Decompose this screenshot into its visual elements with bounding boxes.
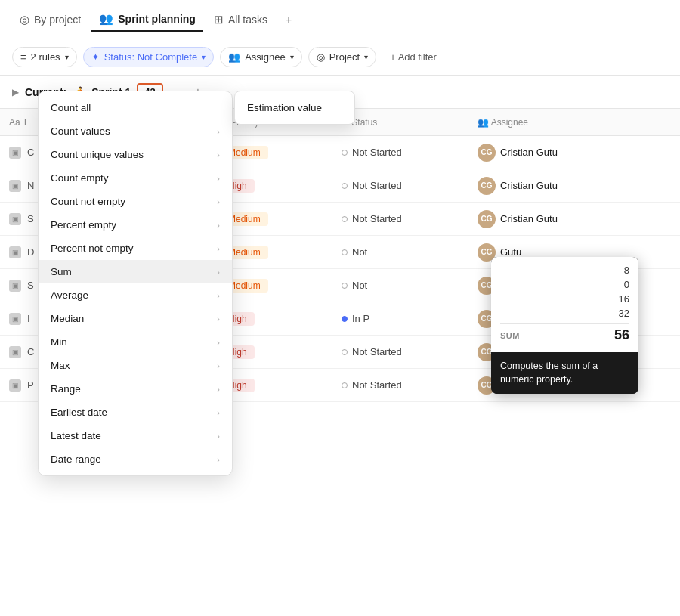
submenu-estimation-value[interactable]: Estimation value — [235, 96, 354, 119]
menu-item-label: Percent not empty — [51, 243, 134, 254]
menu-item-date-range[interactable]: Date range › — [39, 447, 232, 471]
task-icon: ▣ — [9, 213, 21, 225]
assignee-filter[interactable]: 👥 Assignee ▾ — [220, 47, 301, 67]
nav-add[interactable]: + — [278, 9, 299, 30]
submenu-chevron-icon: › — [217, 197, 220, 206]
tooltip-row-1: 8 — [500, 263, 629, 277]
rules-filter[interactable]: ≡ 2 rules ▾ — [12, 47, 77, 67]
menu-item-count-not-empty[interactable]: Count not empty › — [39, 190, 232, 213]
task-name: N — [27, 180, 34, 191]
target-icon: ◎ — [20, 13, 29, 26]
menu-item-latest-date[interactable]: Latest date › — [39, 424, 232, 447]
task-icon: ▣ — [9, 313, 21, 325]
status-indicator — [342, 382, 348, 388]
status-cell: In P — [332, 302, 468, 335]
menu-item-count-empty[interactable]: Count empty › — [39, 166, 232, 190]
nav-sprint-planning[interactable]: 👥 Sprint planning — [91, 8, 203, 32]
status-dot: Not Started — [342, 180, 402, 191]
sparkle-icon: ✦ — [91, 51, 100, 63]
status-cell: Not Started — [332, 369, 468, 401]
top-nav: ◎ By project 👥 Sprint planning ⊞ All tas… — [0, 0, 680, 39]
task-icon: ▣ — [9, 346, 21, 358]
submenu-chevron-icon: › — [217, 361, 220, 370]
status-dot: Not Started — [342, 346, 402, 358]
menu-item-percent-not-empty[interactable]: Percent not empty › — [39, 237, 232, 260]
menu-item-count-values[interactable]: Count values › — [39, 119, 232, 143]
menu-item-max[interactable]: Max › — [39, 354, 232, 377]
menu-item-label: Earliest date — [51, 407, 107, 418]
assignee-cell: CG Cristian Gutu — [468, 136, 604, 169]
submenu-chevron-icon: › — [217, 268, 220, 277]
avatar: CG — [478, 210, 496, 228]
task-icon: ▣ — [9, 246, 21, 258]
menu-item-label: Range — [51, 383, 81, 395]
submenu-chevron-icon: › — [217, 338, 220, 347]
task-name: C — [27, 346, 34, 358]
status-dot: Not Started — [342, 213, 402, 224]
circle-icon: ◎ — [317, 51, 325, 63]
menu-item-range[interactable]: Range › — [39, 377, 232, 401]
status-indicator — [342, 283, 348, 289]
chevron-down-icon: ▾ — [364, 53, 368, 61]
collapse-icon[interactable]: ▶ — [12, 87, 19, 98]
project-filter[interactable]: ◎ Project ▾ — [308, 47, 376, 67]
menu-item-earliest-date[interactable]: Earliest date › — [39, 401, 232, 424]
menu-item-label: Sum — [51, 266, 72, 277]
submenu-chevron-icon: › — [217, 291, 220, 300]
menu-item-label: Count values — [51, 125, 110, 137]
status-indicator — [342, 349, 348, 355]
chevron-down-icon: ▾ — [65, 53, 69, 61]
assignee-name: Cristian Gutu — [500, 180, 558, 191]
task-name: S — [27, 213, 34, 224]
submenu: Estimation value — [234, 91, 355, 125]
status-filter[interactable]: ✦ Status: Not Complete ▾ — [83, 47, 215, 67]
status-cell: Not Started — [332, 203, 468, 235]
menu-item-count-unique-values[interactable]: Count unique values › — [39, 143, 232, 166]
menu-item-sum[interactable]: Sum › — [39, 260, 232, 283]
filter-bar: ≡ 2 rules ▾ ✦ Status: Not Complete ▾ 👥 A… — [0, 39, 680, 76]
menu-item-label: Latest date — [51, 430, 101, 441]
status-indicator — [342, 216, 348, 222]
sprint-icon: 👥 — [99, 12, 113, 26]
add-filter-button[interactable]: + Add filter — [382, 48, 444, 67]
status-cell: Not Started — [332, 169, 468, 202]
task-name: C — [27, 147, 34, 158]
task-name: I — [27, 313, 30, 324]
nav-all-tasks[interactable]: ⊞ All tasks — [206, 8, 275, 31]
tooltip-numbers: 8 0 16 32 SUM 56 — [491, 257, 638, 352]
status-indicator — [342, 316, 348, 322]
menu-item-min[interactable]: Min › — [39, 330, 232, 354]
status-indicator — [342, 150, 348, 156]
task-icon: ▣ — [9, 280, 21, 292]
chevron-down-icon: ▾ — [290, 53, 294, 61]
menu-item-label: Count unique values — [51, 149, 144, 160]
tooltip-row-3: 16 — [500, 292, 629, 306]
status-dot: Not Started — [342, 147, 402, 158]
task-name: S — [27, 280, 34, 291]
nav-by-project[interactable]: ◎ By project — [12, 8, 88, 31]
submenu-chevron-icon: › — [217, 127, 220, 136]
menu-item-percent-empty[interactable]: Percent empty › — [39, 213, 232, 237]
status-dot: Not — [342, 246, 367, 258]
assignee-name: Cristian Gutu — [500, 213, 558, 224]
avatar: CG — [478, 177, 496, 195]
assignee-name: Gutu — [500, 246, 521, 258]
menu-item-median[interactable]: Median › — [39, 307, 232, 330]
menu-item-label: Average — [51, 289, 88, 301]
submenu-chevron-icon: › — [217, 455, 220, 464]
status-cell: Not Started — [332, 336, 468, 368]
menu-item-label: Count empty — [51, 172, 109, 184]
status-dot: In P — [342, 313, 369, 324]
menu-item-label: Max — [51, 360, 70, 371]
submenu-chevron-icon: › — [217, 221, 220, 230]
status-indicator — [342, 183, 348, 189]
menu-item-count-all[interactable]: Count all — [39, 96, 232, 119]
menu-item-label: Date range — [51, 453, 101, 465]
menu-item-label: Median — [51, 313, 84, 324]
task-icon: ▣ — [9, 180, 21, 192]
status-indicator — [342, 249, 348, 255]
menu-item-average[interactable]: Average › — [39, 283, 232, 307]
filter-icon: ≡ — [20, 51, 26, 63]
status-cell: Not — [332, 269, 468, 302]
tooltip-description: Computes the sum of a numeric property. — [491, 352, 638, 394]
